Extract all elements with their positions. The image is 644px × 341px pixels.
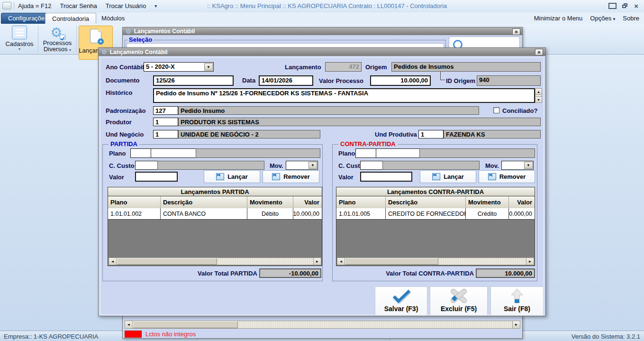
column-header[interactable]: Descrição (161, 196, 247, 208)
app-titlebar[interactable]: Ajuda = F12 Trocar Senha Trocar Usuário … (0, 0, 644, 12)
data-input[interactable]: 14/01/2026 (259, 75, 313, 86)
mov-select[interactable]: ▼ (286, 161, 318, 170)
scroll-right-icon[interactable]: ► (526, 258, 534, 265)
tab-controladoria[interactable]: Controladoria (45, 13, 96, 24)
valor-input[interactable] (135, 172, 178, 182)
lancamento-contabil-dialog: ⚙ Lançamento Contábil × Ano Contábil 5 -… (98, 47, 546, 316)
legend-color-swatch (125, 331, 142, 338)
scrollbar-track[interactable] (438, 258, 526, 265)
scroll-down-icon[interactable]: ▼ (535, 96, 542, 102)
chevron-down-icon[interactable]: ▼ (204, 63, 213, 71)
lancamentos-window-titlebar[interactable]: ⚙ Lançamentos Contábil (123, 28, 522, 35)
remover-button[interactable]: × Remover (263, 170, 319, 183)
ccusto-desc-field (382, 161, 480, 170)
menu-trocar-usuario[interactable]: Trocar Usuário (106, 2, 146, 9)
chevron-down-icon[interactable]: ▼ (524, 162, 533, 169)
lancamento-field: 472 (325, 62, 362, 72)
plano-code-input[interactable] (130, 148, 151, 158)
column-header[interactable]: Movimento (466, 196, 509, 208)
remover-button[interactable]: × Remover (479, 170, 535, 183)
lancar-button[interactable]: + Lançar (420, 170, 476, 183)
restore-icon[interactable] (622, 3, 628, 9)
und-produtiva-code-input[interactable]: 1 (418, 130, 444, 138)
valor-input[interactable] (360, 172, 412, 182)
chevron-down-icon: ▾ (613, 17, 616, 21)
column-header[interactable]: Movimento (247, 196, 293, 208)
app-icon[interactable] (2, 2, 11, 9)
sobre-link[interactable]: Sobre (623, 15, 639, 22)
ccusto-code-input[interactable] (135, 161, 158, 170)
column-header[interactable]: Plano (336, 196, 386, 208)
plano-code2-input[interactable] (151, 148, 196, 158)
documento-label: Documento (106, 77, 140, 84)
mov-label: Mov. (485, 162, 499, 169)
sair-button[interactable]: Sair (F8) (490, 286, 544, 316)
padronizacao-code-input[interactable]: 127 (153, 106, 178, 115)
opcoes-link[interactable]: Opções ▾ (590, 15, 615, 22)
scroll-up-icon[interactable]: ▲ (535, 89, 542, 95)
lancamento-label: Lançamento (285, 64, 321, 71)
table-horizontal-scrollbar[interactable]: ◄ ► (109, 258, 321, 265)
lancar-button[interactable]: + Lançar (204, 170, 260, 183)
scroll-left-icon[interactable]: ◄ (337, 258, 345, 265)
valor-processo-input[interactable]: 10.000,00 (370, 75, 431, 86)
menu-ajuda[interactable]: Ajuda = F12 (18, 2, 51, 9)
table-row[interactable]: 1.01.01.002 CONTA BANCO Débito 10.000,00 (108, 208, 322, 220)
tab-modulos[interactable]: Módulos (95, 13, 131, 24)
scrollbar-thumb[interactable] (117, 258, 217, 265)
column-header[interactable]: Valor (509, 196, 535, 208)
table-row[interactable]: 1.01.01.005 CREDITO DE FORNECEDOR Crédit… (336, 208, 535, 220)
partida-group-label: PARTIDA (109, 140, 139, 147)
und-negocio-label: Und Negócio (106, 131, 144, 138)
processos-diversos-button[interactable]: ⚙ Processos Diversos ▾ (41, 26, 74, 53)
salvar-button[interactable]: Salvar (F3) (375, 286, 427, 316)
scrollbar-track[interactable] (217, 258, 313, 265)
minimizar-menu-link[interactable]: Minimizar o Menu (534, 15, 583, 22)
window-horizontal-scrollbar[interactable]: ◄ ► (125, 321, 520, 329)
produtor-code-input[interactable]: 1 (153, 118, 178, 126)
chevron-down-icon[interactable]: ▾ (154, 3, 157, 9)
excluir-button[interactable]: Excluir (F5) (430, 286, 488, 316)
table-horizontal-scrollbar[interactable]: ◄ ► (337, 258, 534, 265)
padronizacao-desc-field: Pedido Insumo (178, 106, 479, 115)
column-header[interactable]: Valor (293, 196, 322, 208)
scroll-right-icon[interactable]: ► (512, 321, 520, 328)
partida-table: Plano Descrição Movimento Valor 1.01.01.… (108, 196, 322, 266)
valor-processo-label: Valor Processo (319, 77, 363, 84)
contra-table-title: Lançamentos CONTRA-PARTIDA (336, 187, 535, 196)
historico-scrollbar[interactable]: ▲ ▼ (535, 88, 542, 103)
mov-select[interactable]: ▼ (501, 161, 534, 170)
ccusto-code-input[interactable] (360, 161, 383, 170)
close-icon[interactable]: × (535, 49, 543, 55)
column-header[interactable]: Descrição (386, 196, 466, 208)
column-header[interactable]: Plano (108, 196, 161, 208)
cadastros-button[interactable]: Cadastros ▾ (4, 26, 35, 53)
plano-code2-input[interactable] (376, 148, 420, 158)
chevron-down-icon[interactable]: ▼ (308, 162, 317, 169)
ribbon-divider (38, 26, 38, 52)
valor-label: Valor (338, 174, 354, 181)
gear-icon: ⚙ (126, 28, 131, 35)
id-origem-label: ID Origem (446, 77, 475, 84)
close-icon[interactable]: × (512, 28, 520, 35)
historico-textarea[interactable]: Pedido de Insumo Nº 125/26 1-FORNECEDOR … (153, 88, 535, 103)
partida-table-title: Lançamentos PARTIDA (108, 187, 322, 196)
conciliado-checkbox[interactable] (493, 107, 499, 113)
plano-desc-field (196, 148, 320, 158)
scrollbar-thumb[interactable] (345, 258, 438, 265)
scroll-left-icon[interactable]: ◄ (109, 258, 117, 265)
dialog-titlebar[interactable]: ⚙ Lançamento Contábil (99, 48, 545, 56)
scroll-left-icon[interactable]: ◄ (125, 321, 133, 328)
list-icon (12, 26, 27, 39)
documento-input[interactable]: 125/26 (153, 75, 234, 86)
close-icon[interactable]: × (634, 3, 638, 9)
plano-code-input[interactable] (355, 148, 376, 158)
scrollbar-thumb[interactable] (133, 321, 238, 328)
scrollbar-track[interactable] (238, 321, 512, 328)
menu-trocar-senha[interactable]: Trocar Senha (60, 2, 97, 9)
scroll-right-icon[interactable]: ► (313, 258, 321, 265)
ano-contabil-select[interactable]: 5 - 2020-X ▼ (144, 62, 214, 72)
und-negocio-code-input[interactable]: 1 (153, 130, 178, 138)
gear-calendar-icon: ⚙ (50, 26, 64, 40)
minimize-icon[interactable] (608, 3, 617, 9)
